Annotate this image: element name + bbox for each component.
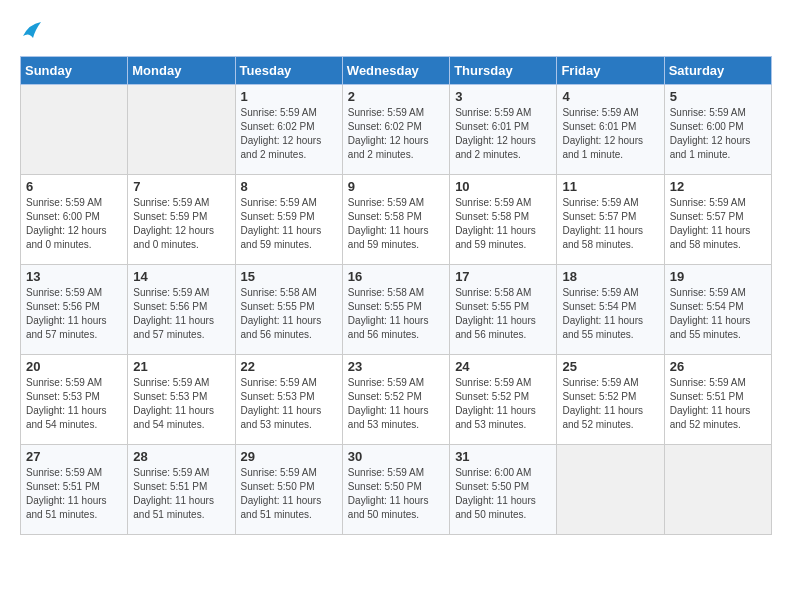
day-info: Sunrise: 5:59 AMSunset: 5:50 PMDaylight:… (241, 466, 337, 522)
day-number: 3 (455, 89, 551, 104)
weekday-header-thursday: Thursday (450, 57, 557, 85)
day-info: Sunrise: 5:58 AMSunset: 5:55 PMDaylight:… (348, 286, 444, 342)
calendar-cell: 4Sunrise: 5:59 AMSunset: 6:01 PMDaylight… (557, 85, 664, 175)
day-number: 23 (348, 359, 444, 374)
day-number: 5 (670, 89, 766, 104)
day-info: Sunrise: 5:59 AMSunset: 5:50 PMDaylight:… (348, 466, 444, 522)
day-info: Sunrise: 5:59 AMSunset: 5:57 PMDaylight:… (670, 196, 766, 252)
logo-bird-icon (23, 22, 41, 38)
weekday-header-tuesday: Tuesday (235, 57, 342, 85)
day-info: Sunrise: 5:59 AMSunset: 6:00 PMDaylight:… (26, 196, 122, 252)
day-number: 10 (455, 179, 551, 194)
day-number: 27 (26, 449, 122, 464)
day-number: 12 (670, 179, 766, 194)
day-info: Sunrise: 6:00 AMSunset: 5:50 PMDaylight:… (455, 466, 551, 522)
logo (20, 20, 41, 46)
calendar-cell: 24Sunrise: 5:59 AMSunset: 5:52 PMDayligh… (450, 355, 557, 445)
day-info: Sunrise: 5:59 AMSunset: 5:56 PMDaylight:… (133, 286, 229, 342)
day-info: Sunrise: 5:59 AMSunset: 5:52 PMDaylight:… (455, 376, 551, 432)
day-info: Sunrise: 5:59 AMSunset: 6:02 PMDaylight:… (241, 106, 337, 162)
day-info: Sunrise: 5:59 AMSunset: 5:51 PMDaylight:… (26, 466, 122, 522)
calendar-cell: 9Sunrise: 5:59 AMSunset: 5:58 PMDaylight… (342, 175, 449, 265)
calendar-cell: 6Sunrise: 5:59 AMSunset: 6:00 PMDaylight… (21, 175, 128, 265)
day-number: 26 (670, 359, 766, 374)
day-info: Sunrise: 5:59 AMSunset: 5:58 PMDaylight:… (348, 196, 444, 252)
day-number: 24 (455, 359, 551, 374)
day-info: Sunrise: 5:58 AMSunset: 5:55 PMDaylight:… (455, 286, 551, 342)
calendar-cell: 25Sunrise: 5:59 AMSunset: 5:52 PMDayligh… (557, 355, 664, 445)
day-number: 21 (133, 359, 229, 374)
calendar-table: SundayMondayTuesdayWednesdayThursdayFrid… (20, 56, 772, 535)
day-number: 4 (562, 89, 658, 104)
calendar-cell: 31Sunrise: 6:00 AMSunset: 5:50 PMDayligh… (450, 445, 557, 535)
day-number: 28 (133, 449, 229, 464)
day-number: 13 (26, 269, 122, 284)
day-info: Sunrise: 5:59 AMSunset: 5:57 PMDaylight:… (562, 196, 658, 252)
day-number: 30 (348, 449, 444, 464)
calendar-cell (557, 445, 664, 535)
day-info: Sunrise: 5:59 AMSunset: 5:59 PMDaylight:… (241, 196, 337, 252)
day-info: Sunrise: 5:59 AMSunset: 5:53 PMDaylight:… (133, 376, 229, 432)
day-number: 18 (562, 269, 658, 284)
calendar-cell: 15Sunrise: 5:58 AMSunset: 5:55 PMDayligh… (235, 265, 342, 355)
calendar-cell: 11Sunrise: 5:59 AMSunset: 5:57 PMDayligh… (557, 175, 664, 265)
day-info: Sunrise: 5:59 AMSunset: 5:59 PMDaylight:… (133, 196, 229, 252)
day-number: 7 (133, 179, 229, 194)
calendar-cell: 12Sunrise: 5:59 AMSunset: 5:57 PMDayligh… (664, 175, 771, 265)
calendar-week-row: 20Sunrise: 5:59 AMSunset: 5:53 PMDayligh… (21, 355, 772, 445)
weekday-header-friday: Friday (557, 57, 664, 85)
calendar-cell: 30Sunrise: 5:59 AMSunset: 5:50 PMDayligh… (342, 445, 449, 535)
day-number: 15 (241, 269, 337, 284)
calendar-cell (21, 85, 128, 175)
calendar-cell: 27Sunrise: 5:59 AMSunset: 5:51 PMDayligh… (21, 445, 128, 535)
day-info: Sunrise: 5:59 AMSunset: 5:56 PMDaylight:… (26, 286, 122, 342)
calendar-cell: 8Sunrise: 5:59 AMSunset: 5:59 PMDaylight… (235, 175, 342, 265)
calendar-cell: 18Sunrise: 5:59 AMSunset: 5:54 PMDayligh… (557, 265, 664, 355)
day-number: 16 (348, 269, 444, 284)
day-info: Sunrise: 5:59 AMSunset: 5:52 PMDaylight:… (562, 376, 658, 432)
calendar-week-row: 13Sunrise: 5:59 AMSunset: 5:56 PMDayligh… (21, 265, 772, 355)
day-info: Sunrise: 5:59 AMSunset: 6:00 PMDaylight:… (670, 106, 766, 162)
day-number: 19 (670, 269, 766, 284)
day-number: 1 (241, 89, 337, 104)
calendar-cell: 5Sunrise: 5:59 AMSunset: 6:00 PMDaylight… (664, 85, 771, 175)
day-info: Sunrise: 5:59 AMSunset: 5:58 PMDaylight:… (455, 196, 551, 252)
calendar-cell: 22Sunrise: 5:59 AMSunset: 5:53 PMDayligh… (235, 355, 342, 445)
day-number: 25 (562, 359, 658, 374)
calendar-cell: 2Sunrise: 5:59 AMSunset: 6:02 PMDaylight… (342, 85, 449, 175)
day-info: Sunrise: 5:59 AMSunset: 5:52 PMDaylight:… (348, 376, 444, 432)
calendar-cell: 16Sunrise: 5:58 AMSunset: 5:55 PMDayligh… (342, 265, 449, 355)
day-info: Sunrise: 5:59 AMSunset: 5:51 PMDaylight:… (133, 466, 229, 522)
day-info: Sunrise: 5:59 AMSunset: 6:02 PMDaylight:… (348, 106, 444, 162)
weekday-header-monday: Monday (128, 57, 235, 85)
calendar-cell: 3Sunrise: 5:59 AMSunset: 6:01 PMDaylight… (450, 85, 557, 175)
calendar-cell: 29Sunrise: 5:59 AMSunset: 5:50 PMDayligh… (235, 445, 342, 535)
day-info: Sunrise: 5:59 AMSunset: 5:54 PMDaylight:… (670, 286, 766, 342)
calendar-cell: 28Sunrise: 5:59 AMSunset: 5:51 PMDayligh… (128, 445, 235, 535)
calendar-cell: 17Sunrise: 5:58 AMSunset: 5:55 PMDayligh… (450, 265, 557, 355)
calendar-week-row: 1Sunrise: 5:59 AMSunset: 6:02 PMDaylight… (21, 85, 772, 175)
calendar-cell: 26Sunrise: 5:59 AMSunset: 5:51 PMDayligh… (664, 355, 771, 445)
day-number: 22 (241, 359, 337, 374)
calendar-cell: 10Sunrise: 5:59 AMSunset: 5:58 PMDayligh… (450, 175, 557, 265)
calendar-cell (664, 445, 771, 535)
day-number: 20 (26, 359, 122, 374)
calendar-week-row: 27Sunrise: 5:59 AMSunset: 5:51 PMDayligh… (21, 445, 772, 535)
day-number: 9 (348, 179, 444, 194)
weekday-header-wednesday: Wednesday (342, 57, 449, 85)
day-number: 17 (455, 269, 551, 284)
day-info: Sunrise: 5:59 AMSunset: 5:54 PMDaylight:… (562, 286, 658, 342)
day-number: 29 (241, 449, 337, 464)
weekday-header-sunday: Sunday (21, 57, 128, 85)
day-info: Sunrise: 5:58 AMSunset: 5:55 PMDaylight:… (241, 286, 337, 342)
day-number: 8 (241, 179, 337, 194)
day-info: Sunrise: 5:59 AMSunset: 5:51 PMDaylight:… (670, 376, 766, 432)
page-header (20, 20, 772, 46)
calendar-cell: 13Sunrise: 5:59 AMSunset: 5:56 PMDayligh… (21, 265, 128, 355)
calendar-cell: 14Sunrise: 5:59 AMSunset: 5:56 PMDayligh… (128, 265, 235, 355)
calendar-cell: 21Sunrise: 5:59 AMSunset: 5:53 PMDayligh… (128, 355, 235, 445)
calendar-week-row: 6Sunrise: 5:59 AMSunset: 6:00 PMDaylight… (21, 175, 772, 265)
day-number: 2 (348, 89, 444, 104)
day-number: 31 (455, 449, 551, 464)
day-info: Sunrise: 5:59 AMSunset: 5:53 PMDaylight:… (241, 376, 337, 432)
